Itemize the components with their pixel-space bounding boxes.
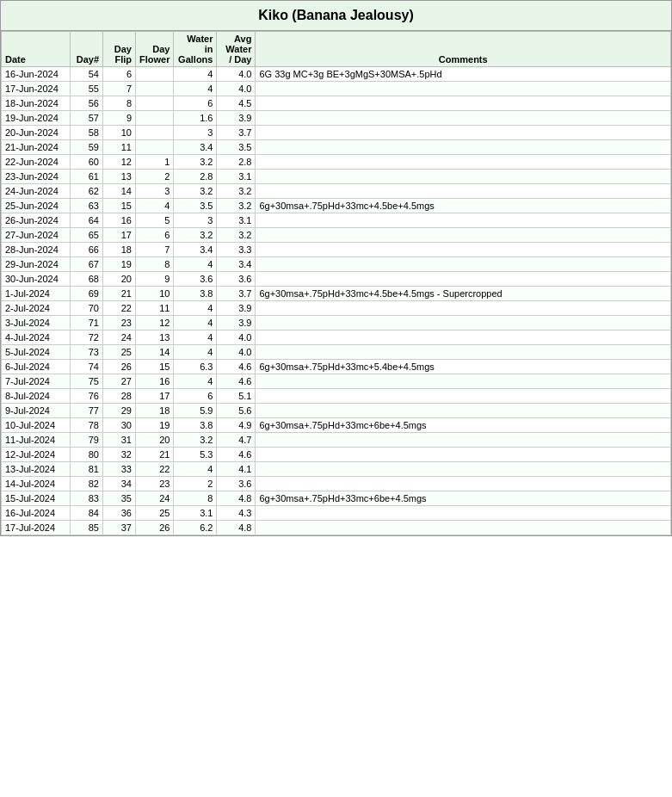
table-cell: 7	[103, 82, 136, 96]
table-cell: 3	[174, 126, 217, 140]
table-cell: 84	[71, 506, 103, 521]
table-row: 25-Jun-2024631543.53.26g+30msa+.75pHd+33…	[2, 199, 671, 213]
header-comments: Comments	[256, 32, 671, 67]
table-cell: 3.8	[174, 418, 217, 433]
table-cell: 4	[174, 345, 217, 360]
table-cell: 4.0	[217, 67, 256, 82]
table-cell: 22	[136, 462, 174, 477]
table-cell: 17-Jul-2024	[2, 521, 71, 535]
table-cell: 14-Jul-2024	[2, 477, 71, 491]
table-cell: 3.6	[174, 272, 217, 287]
table-row: 9-Jul-20247729185.95.6	[2, 404, 671, 418]
table-cell: 3.1	[174, 506, 217, 521]
table-cell	[136, 111, 174, 126]
table-cell: 77	[71, 404, 103, 418]
table-cell: 12-Jul-2024	[2, 448, 71, 462]
title: Kiko (Banana Jealousy)	[1, 1, 671, 31]
table-cell: 10	[103, 126, 136, 140]
table-cell: 4.8	[217, 491, 256, 506]
table-cell: 25	[136, 506, 174, 521]
table-cell: 25	[103, 345, 136, 360]
table-cell: 6g+30msa+.75pHd+33mc+6be+4.5mgs	[256, 491, 671, 506]
table-cell: 73	[71, 345, 103, 360]
table-cell: 3.4	[174, 243, 217, 257]
table-cell: 85	[71, 521, 103, 535]
table-cell: 11-Jul-2024	[2, 433, 71, 448]
table-cell: 6G 33g MC+3g BE+3gMgS+30MSA+.5pHd	[256, 67, 671, 82]
table-row: 27-Jun-2024651763.23.2	[2, 228, 671, 243]
table-cell: 13	[103, 170, 136, 184]
table-cell: 3.8	[174, 287, 217, 301]
table-cell: 16	[136, 374, 174, 389]
table-cell: 11	[136, 301, 174, 316]
table-cell: 3.9	[217, 301, 256, 316]
table-cell: 3.5	[174, 199, 217, 213]
table-cell: 1.6	[174, 111, 217, 126]
table-cell: 5	[136, 213, 174, 228]
table-cell: 6g+30msa+.75pHd+33mc+4.5be+4.5mgs	[256, 199, 671, 213]
table-cell: 24	[103, 331, 136, 345]
table-cell: 3.3	[217, 243, 256, 257]
table-cell: 8	[136, 257, 174, 272]
table-cell	[256, 301, 671, 316]
header-row: Date Day# Day Flip Day Flower Water in G…	[2, 32, 671, 67]
table-cell: 34	[103, 477, 136, 491]
table-cell: 80	[71, 448, 103, 462]
table-cell: 82	[71, 477, 103, 491]
table-cell: 56	[71, 96, 103, 111]
table-row: 12-Jul-20248032215.34.6	[2, 448, 671, 462]
table-cell: 5.1	[217, 389, 256, 404]
table-cell: 54	[71, 67, 103, 82]
table-cell	[256, 331, 671, 345]
table-row: 8-Jul-202476281765.1	[2, 389, 671, 404]
table-cell: 14	[136, 345, 174, 360]
table-cell: 17	[136, 389, 174, 404]
table-cell: 4.3	[217, 506, 256, 521]
table-row: 30-Jun-2024682093.63.6	[2, 272, 671, 287]
table-cell: 12	[136, 316, 174, 331]
table-row: 23-Jun-2024611322.83.1	[2, 170, 671, 184]
table-cell: 17-Jun-2024	[2, 82, 71, 96]
table-row: 3-Jul-202471231243.9	[2, 316, 671, 331]
table-cell: 9	[136, 272, 174, 287]
table-cell	[136, 67, 174, 82]
table-cell: 6	[174, 96, 217, 111]
table-cell: 20-Jun-2024	[2, 126, 71, 140]
table-cell: 27-Jun-2024	[2, 228, 71, 243]
table-row: 5-Jul-202473251444.0	[2, 345, 671, 360]
table-cell: 3.1	[217, 170, 256, 184]
table-cell: 5.3	[174, 448, 217, 462]
table-row: 26-Jun-20246416533.1	[2, 213, 671, 228]
table-cell: 72	[71, 331, 103, 345]
table-cell: 33	[103, 462, 136, 477]
table-cell: 24-Jun-2024	[2, 184, 71, 199]
table-cell	[256, 243, 671, 257]
table-cell: 3.1	[217, 213, 256, 228]
table-cell: 1-Jul-2024	[2, 287, 71, 301]
table-cell	[256, 82, 671, 96]
table-cell	[256, 111, 671, 126]
table-row: 14-Jul-202482342323.6	[2, 477, 671, 491]
table-cell	[256, 96, 671, 111]
table-cell: 3.2	[217, 199, 256, 213]
table-body: 16-Jun-202454644.06G 33g MC+3g BE+3gMgS+…	[2, 67, 671, 535]
table-cell	[256, 155, 671, 170]
table-cell	[136, 96, 174, 111]
table-cell: 58	[71, 126, 103, 140]
table-cell: 4.6	[217, 374, 256, 389]
table-cell: 6.2	[174, 521, 217, 535]
table-cell: 28-Jun-2024	[2, 243, 71, 257]
table-cell: 4.0	[217, 331, 256, 345]
table-cell: 4.1	[217, 462, 256, 477]
table-cell	[256, 213, 671, 228]
table-cell: 2	[174, 477, 217, 491]
table-cell: 17	[103, 228, 136, 243]
table-cell: 65	[71, 228, 103, 243]
table-cell: 4	[174, 316, 217, 331]
table-cell: 21	[103, 287, 136, 301]
table-cell: 30-Jun-2024	[2, 272, 71, 287]
table-cell: 5.9	[174, 404, 217, 418]
table-cell: 3.2	[174, 433, 217, 448]
table-cell: 59	[71, 140, 103, 155]
table-cell	[256, 462, 671, 477]
